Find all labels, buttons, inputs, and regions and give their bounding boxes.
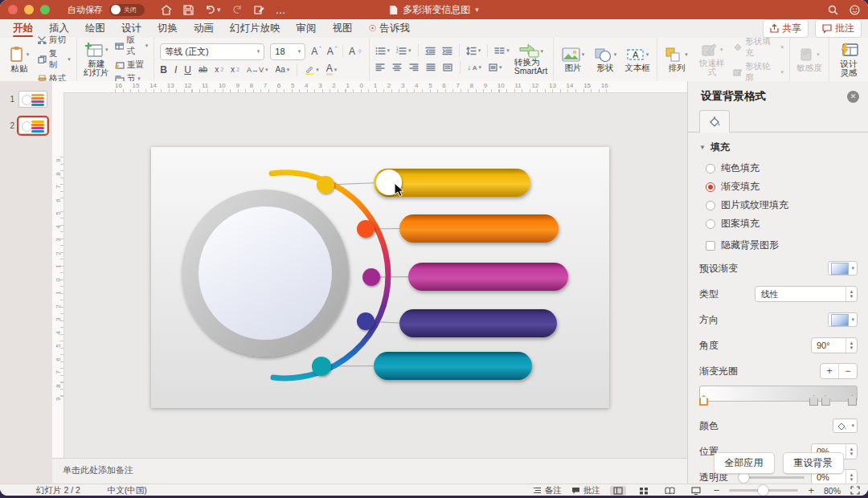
superscript-button[interactable]: x2 — [215, 65, 223, 74]
normal-view-button[interactable] — [610, 486, 626, 496]
zoom-percentage[interactable]: 80% — [824, 486, 841, 496]
columns-button[interactable]: ▾ — [494, 47, 510, 55]
distribute-button[interactable] — [443, 60, 452, 75]
thumbnail-slide-2[interactable]: 2 — [8, 117, 52, 134]
slide-canvas[interactable] — [151, 147, 609, 408]
option-picture-fill[interactable]: 图片或纹理填充 — [688, 196, 868, 214]
gradient-direction-picker[interactable]: ▾ — [828, 312, 858, 327]
title-chevron-icon[interactable]: ▾ — [475, 6, 479, 14]
paste-button[interactable]: ▾ 粘贴 — [6, 46, 33, 73]
transparency-slider[interactable] — [740, 476, 805, 479]
preset-gradient-picker[interactable]: ▾ — [828, 261, 858, 276]
edit-document-icon[interactable] — [254, 5, 264, 15]
bullets-button[interactable]: ▾ — [375, 47, 391, 55]
notes-placeholder[interactable]: 单击此处添加备注 — [63, 465, 133, 475]
bold-button[interactable]: B — [160, 64, 167, 76]
gradient-stops-bar[interactable] — [699, 386, 858, 402]
zoom-slider-thumb[interactable] — [758, 485, 768, 496]
fill-tab[interactable] — [699, 110, 730, 133]
comments-toggle-button[interactable]: 批注 — [571, 485, 600, 496]
add-stop-button[interactable]: + — [821, 364, 839, 378]
more-commands-icon[interactable]: … — [276, 4, 286, 16]
save-icon[interactable] — [183, 5, 194, 15]
change-case-button[interactable]: Aa▾ — [275, 65, 289, 74]
grow-font-button[interactable]: Aˆ — [311, 46, 321, 57]
font-size-combo[interactable]: 18▾ — [270, 43, 305, 60]
copy-button[interactable]: 复制▾ — [38, 48, 71, 71]
italic-button[interactable]: I — [174, 64, 177, 76]
slide-sorter-view-button[interactable] — [636, 486, 652, 496]
thumbnail-slide-1[interactable]: 1 — [8, 91, 52, 108]
undo-chevron-icon[interactable]: ▾ — [217, 6, 221, 14]
align-right-button[interactable] — [409, 60, 419, 75]
infographic-graphic[interactable] — [151, 147, 609, 408]
align-center-button[interactable] — [392, 60, 402, 75]
close-window-button[interactable] — [8, 5, 18, 14]
clear-formatting-button[interactable]: A✧ — [349, 46, 363, 57]
thumbnail-image-1[interactable] — [18, 91, 47, 108]
thumbnail-image-2[interactable] — [18, 117, 47, 134]
option-pattern-fill[interactable]: 图案填充 — [688, 214, 868, 233]
option-gradient-fill[interactable]: 渐变填充 — [688, 178, 868, 196]
justify-button[interactable] — [426, 60, 436, 75]
notes-toggle-button[interactable]: 备注 — [533, 485, 562, 496]
autosave-toggle[interactable]: 关闭 — [109, 4, 145, 16]
fit-slide-icon[interactable] — [850, 486, 860, 495]
convert-to-smartart-button[interactable]: ▾ 转换为SmartArt — [514, 43, 547, 76]
home-icon[interactable] — [161, 5, 172, 15]
picture-button[interactable]: ▾ 图片 — [559, 47, 587, 72]
undo-button[interactable]: ▾ — [205, 5, 221, 15]
underline-button[interactable]: U — [184, 64, 191, 76]
align-left-button[interactable] — [375, 60, 385, 75]
apply-all-button[interactable]: 全部应用 — [714, 452, 775, 474]
tab-home[interactable]: 开始 — [5, 19, 41, 38]
option-solid-fill[interactable]: 纯色填充 — [688, 159, 868, 178]
zoom-out-button[interactable]: − — [714, 484, 720, 496]
tab-slideshow[interactable]: 幻灯片放映 — [222, 19, 289, 38]
line-spacing-button[interactable]: ▾ — [466, 47, 481, 55]
text-direction-button[interactable]: ↓A▾ — [468, 63, 481, 71]
highlight-color-button[interactable]: ▾ — [305, 65, 319, 75]
font-color-button[interactable]: A▾ — [326, 64, 338, 76]
design-ideas-button[interactable]: 设计灵感 — [835, 43, 862, 77]
feedback-smiley-icon[interactable] — [850, 5, 860, 15]
arrange-button[interactable]: ▾ 排列 — [663, 47, 690, 72]
fill-section-header[interactable]: ▼ 填充 — [688, 133, 868, 159]
gradient-type-select[interactable]: 线性▲▼ — [755, 286, 858, 302]
strikethrough-button[interactable]: ab — [199, 65, 207, 74]
comments-button[interactable]: 批注 — [815, 19, 862, 38]
paste-chevron-icon[interactable]: ▾ — [27, 51, 30, 58]
tab-animations[interactable]: 动画 — [186, 19, 222, 38]
align-text-button[interactable]: ▾ — [489, 63, 502, 71]
tab-tell-me[interactable]: ☉告诉我 — [361, 19, 418, 38]
tab-review[interactable]: 审阅 — [289, 19, 325, 38]
layout-button[interactable]: 版式▾ — [115, 35, 149, 57]
increase-indent-button[interactable] — [442, 47, 452, 55]
language-indicator[interactable]: 中文(中国) — [108, 485, 147, 496]
slideshow-view-button[interactable] — [688, 486, 704, 496]
new-slide-button[interactable]: ▾ 新建幻灯片 — [83, 42, 110, 77]
tab-draw[interactable]: 绘图 — [77, 19, 113, 38]
reset-button[interactable]: 重置 — [115, 59, 149, 71]
shapes-button[interactable]: ▾ 形状 — [592, 47, 619, 72]
zoom-window-button[interactable] — [40, 5, 50, 14]
reading-view-button[interactable] — [661, 486, 678, 496]
character-spacing-button[interactable]: A↔V▾ — [247, 66, 268, 74]
subscript-button[interactable]: x2 — [231, 65, 240, 74]
tab-view[interactable]: 视图 — [325, 19, 361, 38]
tab-transitions[interactable]: 切换 — [149, 19, 186, 38]
remove-stop-button[interactable]: − — [839, 364, 857, 378]
hide-background-checkbox[interactable]: 隐藏背景图形 — [688, 233, 868, 255]
notes-pane[interactable]: 单击此处添加备注 — [52, 458, 687, 484]
stop-color-picker[interactable]: ▾ — [833, 418, 858, 433]
minimize-window-button[interactable] — [24, 5, 34, 14]
numbering-button[interactable]: 12▾ — [396, 47, 411, 55]
reset-background-button[interactable]: 重设背景 — [783, 452, 844, 474]
shrink-font-button[interactable]: Aˇ — [327, 46, 337, 57]
font-name-combo[interactable]: 等线 (正文)▾ — [160, 43, 264, 60]
textbox-button[interactable]: A▾ 文本框 — [624, 47, 651, 72]
decrease-indent-button[interactable] — [425, 47, 436, 55]
cut-button[interactable]: 剪切 — [38, 35, 71, 46]
close-panel-icon[interactable]: ✕ — [847, 91, 859, 103]
zoom-slider[interactable] — [729, 489, 798, 492]
